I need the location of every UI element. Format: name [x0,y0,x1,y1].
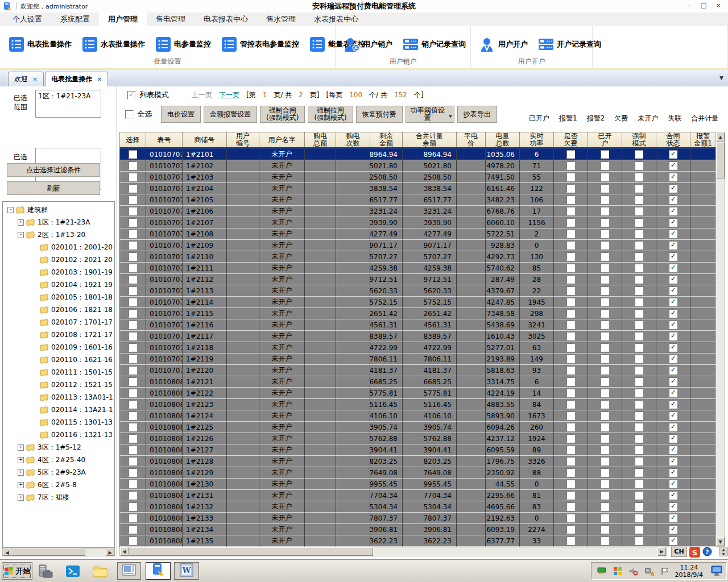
opened-checkbox[interactable] [601,355,609,363]
row-select-checkbox[interactable] [129,150,137,159]
expand-icon[interactable]: + [18,457,24,463]
table-row[interactable]: 01010808871#2121未开户6685.256685.253314.75… [120,376,716,388]
menu-tab-5[interactable]: 售水管理 [257,13,305,26]
closed-checkbox[interactable]: ✓ [669,366,677,375]
closed-checkbox[interactable]: ✓ [669,173,677,181]
forced-checkbox[interactable] [635,207,643,215]
menu-tab-4[interactable]: 电表报表中心 [195,13,257,26]
opened-checkbox[interactable] [601,389,609,397]
expand-icon[interactable]: + [18,494,24,501]
forced-checkbox[interactable] [635,423,643,431]
forced-checkbox[interactable] [635,355,643,363]
arrears-checkbox[interactable] [566,537,575,545]
table-row[interactable]: 01010808901#2130未开户9955.459955.4544.550✓ [120,479,716,490]
choose-filter-button[interactable]: 点击选择过滤条件 [7,163,100,177]
forced-checkbox[interactable] [635,150,643,159]
col-header-select[interactable]: 选择 [120,132,146,147]
table-row[interactable]: 01010707801#2114未开户5752.155752.154247.85… [120,297,716,308]
arrears-checkbox[interactable] [566,298,575,306]
opened-checkbox[interactable] [601,196,609,204]
action-button-2[interactable]: 强制合闸(强制模式) [260,106,305,123]
table-row[interactable]: 01010707791#2107未开户3939.903939.906060.10… [120,217,716,228]
menu-tab-6[interactable]: 水表报表中心 [305,13,367,26]
arrears-checkbox[interactable] [566,389,575,397]
col-header-alarm[interactable]: 报警金额1 [690,132,716,147]
taskbar-window-button-0[interactable] [117,562,141,580]
table-row[interactable]: 010107077C1#2110未开户5707.275707.274292.73… [120,251,716,263]
arrears-checkbox[interactable] [566,218,575,227]
opened-checkbox[interactable] [601,275,609,284]
row-select-checkbox[interactable] [129,343,137,352]
action-button-4[interactable]: 恢复预付费 [356,106,403,123]
tree-horizontal-scrollbar[interactable]: ◀ ▶ [2,548,115,556]
col-header-opened[interactable]: 已开户 [588,132,622,147]
closed-checkbox[interactable]: ✓ [669,298,677,306]
server-icon[interactable] [36,563,55,579]
arrears-checkbox[interactable] [566,207,575,215]
row-select-checkbox[interactable] [129,184,137,193]
scroll-corner[interactable]: ▲ ▼ [719,547,728,556]
table-row[interactable]: 01010707841#2118未开户4722.994722.995277.01… [120,342,716,354]
col-header-forced[interactable]: 强制模式 [622,132,656,147]
forced-checkbox[interactable] [635,252,643,261]
doc-tab-0[interactable]: 欢迎× [8,72,44,86]
menu-tab-3[interactable]: 售电管理 [147,13,195,26]
arrears-checkbox[interactable] [566,480,575,488]
row-select-checkbox[interactable] [129,252,137,261]
tree-item-16[interactable]: 020114：13A21-1 [3,404,114,416]
table-row[interactable]: 01010707821#2116未开户4561.314561.315438.69… [120,319,716,331]
row-select-checkbox[interactable] [129,275,137,284]
expand-icon[interactable]: + [18,219,24,226]
forced-checkbox[interactable] [635,286,643,295]
forced-checkbox[interactable] [635,241,643,250]
row-select-checkbox[interactable] [129,514,137,522]
tree-item-5[interactable]: 020103：1901-19 [3,266,114,278]
help-icon[interactable]: ? [702,547,712,556]
table-row[interactable]: 010108088F1#2129未开户7649.087649.082350.92… [120,467,716,479]
tree-item-13[interactable]: 020111：1501-15 [3,366,114,379]
forced-checkbox[interactable] [635,321,643,329]
row-select-checkbox[interactable] [129,321,137,329]
row-select-checkbox[interactable] [129,309,137,318]
tree-item-11[interactable]: 020109：1601-16 [3,341,114,354]
table-row[interactable]: 010107077A1#2108未开户4277.494277.495722.51… [120,228,716,240]
forced-checkbox[interactable] [635,332,643,340]
table-row[interactable]: 01010707771#2105未开户6517.776517.773482.23… [120,194,716,206]
maximize-button[interactable]: □ [696,0,711,11]
forced-checkbox[interactable] [635,514,643,522]
opened-checkbox[interactable] [601,491,609,500]
opened-checkbox[interactable] [601,184,609,193]
prev-page-link[interactable]: 上一页 [192,90,212,100]
closed-checkbox[interactable]: ✓ [669,411,677,420]
tree-item-7[interactable]: 020105：1801-18 [3,291,114,304]
table-row[interactable]: 01010707851#2119未开户7806.117806.112193.89… [120,354,716,365]
minimize-button[interactable]: – [681,0,696,11]
closed-checkbox[interactable]: ✓ [669,275,677,284]
next-page-link[interactable]: 下一页 [219,90,239,100]
opened-checkbox[interactable] [601,457,609,465]
opened-checkbox[interactable] [601,343,609,352]
col-header-power[interactable]: 实时功率 [520,132,554,147]
table-row[interactable]: 010108088B1#2125未开户3905.743905.746094.26… [120,422,716,433]
row-select-checkbox[interactable] [129,457,137,465]
col-header-merge_remain[interactable]: 合并计量余额 [403,132,457,147]
table-row[interactable]: 010108088E1#2128未开户8203.258203.251796.75… [120,456,716,467]
scroll-up-icon[interactable]: ▲ [716,132,725,142]
tree-item-14[interactable]: 020112：1521-15 [3,379,114,391]
forced-checkbox[interactable] [635,343,643,352]
scroll-left-icon[interactable]: ◀ [120,547,129,556]
arrears-checkbox[interactable] [566,355,575,363]
col-header-user_name[interactable]: 用户名字 [259,132,305,147]
row-select-checkbox[interactable] [129,218,137,227]
tree-item-19[interactable]: +3区：1#5-12 [3,441,114,454]
tree-item-9[interactable]: 020107：1701-17 [3,316,114,329]
row-select-checkbox[interactable] [129,491,137,500]
closed-checkbox[interactable]: ✓ [669,264,677,272]
row-select-checkbox[interactable] [129,196,137,204]
row-select-checkbox[interactable] [129,434,137,443]
table-row[interactable]: 01010707761#2104未开户3838.543838.546161.46… [120,183,716,194]
arrears-checkbox[interactable] [566,321,575,329]
row-select-checkbox[interactable] [129,161,137,170]
opened-checkbox[interactable] [601,514,609,522]
forced-checkbox[interactable] [635,525,643,534]
